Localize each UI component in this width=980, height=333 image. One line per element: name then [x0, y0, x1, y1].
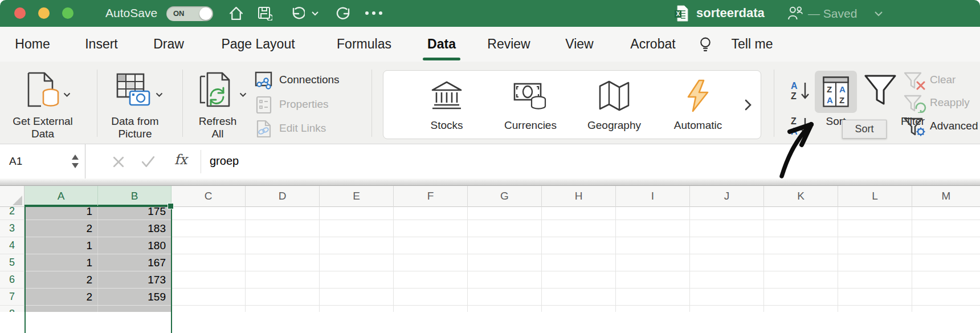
stocks-button[interactable]: Stocks [428, 71, 465, 139]
column-header-m[interactable]: M [912, 186, 980, 207]
cell-a5[interactable]: 1 [24, 254, 98, 271]
refresh-all-button[interactable]: Refresh All [178, 70, 258, 141]
cancel-icon[interactable] [113, 156, 124, 168]
selection-fill-handle[interactable] [168, 203, 174, 209]
status-chevron-down-icon[interactable] [874, 11, 883, 17]
empty-cells[interactable] [172, 220, 980, 237]
column-header-f[interactable]: F [394, 186, 468, 207]
column-header-c[interactable]: C [172, 186, 246, 207]
tab-home[interactable]: Home [15, 27, 50, 62]
row-header-6[interactable]: 6 [0, 271, 24, 288]
cell-b8[interactable] [98, 306, 172, 312]
filter-button[interactable] [864, 74, 897, 107]
column-header-i[interactable]: I [616, 186, 690, 207]
data-from-picture-button[interactable]: Data from Picture [95, 70, 175, 141]
cell-a7[interactable]: 2 [24, 289, 98, 305]
cell-b4[interactable]: 180 [98, 237, 172, 254]
automatic-label: Automatic [655, 119, 741, 132]
empty-cells[interactable] [172, 254, 980, 271]
name-box-spinner-up-icon[interactable] [72, 155, 79, 160]
clear-filter-button[interactable]: Clear [904, 72, 980, 91]
tab-tell-me[interactable]: Tell me [732, 27, 773, 62]
connections-button[interactable]: Connections [254, 71, 368, 90]
column-header-d[interactable]: D [246, 186, 320, 207]
properties-button[interactable]: Properties [255, 96, 369, 115]
row-header-5[interactable]: 5 [0, 254, 24, 271]
column-header-g[interactable]: G [468, 186, 542, 207]
advanced-filter-button[interactable]: Advanced [904, 117, 980, 137]
automatic-button[interactable]: Automatic [680, 71, 716, 139]
column-header-a[interactable]: A [24, 186, 98, 207]
tab-draw[interactable]: Draw [153, 27, 184, 62]
formula-input[interactable]: groep [210, 144, 239, 178]
empty-cells[interactable] [172, 306, 980, 312]
geography-label: Geography [571, 119, 657, 132]
cell-reference: A1 [9, 144, 22, 178]
get-external-data-label-2: Data [3, 128, 83, 140]
cell-b3[interactable]: 183 [98, 220, 172, 237]
data-from-picture-label-1: Data from [95, 115, 175, 128]
undo-chevron-down-icon[interactable] [311, 11, 319, 17]
sort-button[interactable]: ZAAZ [815, 71, 857, 113]
svg-text:Z: Z [791, 116, 797, 126]
select-all-corner[interactable] [0, 186, 24, 207]
tab-insert[interactable]: Insert [85, 27, 118, 62]
cell-a8[interactable] [24, 306, 98, 312]
enter-check-icon[interactable] [141, 156, 155, 168]
tab-acrobat[interactable]: Acrobat [630, 27, 675, 62]
column-header-j[interactable]: J [690, 186, 764, 207]
undo-icon[interactable] [289, 6, 305, 21]
name-box-spinner-down-icon[interactable] [72, 163, 79, 168]
column-header-h[interactable]: H [542, 186, 616, 207]
row-header-4[interactable]: 4 [0, 237, 24, 254]
tab-formulas[interactable]: Formulas [337, 27, 391, 62]
tab-page-layout[interactable]: Page Layout [221, 27, 295, 62]
more-icon[interactable] [362, 5, 385, 22]
grid-row-8: 8 [0, 306, 980, 312]
stocks-label: Stocks [404, 119, 489, 132]
tab-review[interactable]: Review [487, 27, 530, 62]
cell-a4[interactable]: 1 [24, 237, 98, 254]
cell-a3[interactable]: 2 [24, 220, 98, 237]
sort-ascending-button[interactable]: AZ [790, 80, 811, 102]
column-header-l[interactable]: L [838, 186, 912, 207]
fx-icon[interactable]: fx [174, 152, 187, 168]
close-button[interactable] [14, 7, 26, 19]
row-header-7[interactable]: 7 [0, 289, 24, 305]
cell-b6[interactable]: 173 [98, 271, 172, 288]
name-box[interactable]: A1 [0, 144, 85, 179]
empty-cells[interactable] [172, 289, 980, 305]
active-tab-underline [423, 58, 460, 60]
geography-button[interactable]: Geography [596, 71, 632, 139]
cell-b5[interactable]: 167 [98, 254, 172, 271]
empty-cells[interactable] [172, 271, 980, 288]
get-external-data-button[interactable]: Get External Data [3, 70, 83, 141]
share-people-icon[interactable] [787, 5, 803, 21]
edit-links-button[interactable]: Edit Links [255, 120, 369, 139]
column-header-e[interactable]: E [320, 186, 394, 207]
svg-text:Z: Z [827, 84, 832, 94]
redo-icon[interactable] [336, 6, 352, 21]
minimize-button[interactable] [38, 7, 50, 19]
maximize-button[interactable] [62, 7, 74, 19]
advanced-label: Advanced [930, 120, 978, 132]
column-header-b[interactable]: B [98, 186, 172, 207]
row-header-8[interactable]: 8 [0, 306, 24, 312]
gallery-more-chevron-icon[interactable] [745, 99, 752, 111]
autosave-toggle[interactable]: ON [166, 6, 213, 21]
currencies-button[interactable]: Currencies [512, 71, 549, 139]
sort-tooltip: Sort [842, 120, 887, 139]
home-icon[interactable] [228, 6, 244, 21]
tab-view[interactable]: View [565, 27, 593, 62]
column-header-k[interactable]: K [764, 186, 838, 207]
cell-b7[interactable]: 159 [98, 289, 172, 305]
empty-cells[interactable] [172, 237, 980, 254]
cell-a6[interactable]: 2 [24, 271, 98, 288]
lightning-bolt-icon [680, 79, 716, 112]
row-header-3[interactable]: 3 [0, 220, 24, 237]
svg-text:A: A [791, 81, 798, 91]
tab-data[interactable]: Data [427, 27, 456, 62]
reapply-filter-button[interactable]: Reapply [904, 95, 980, 114]
sort-descending-button[interactable]: ZA [790, 116, 811, 137]
save-icon[interactable] [258, 6, 272, 21]
